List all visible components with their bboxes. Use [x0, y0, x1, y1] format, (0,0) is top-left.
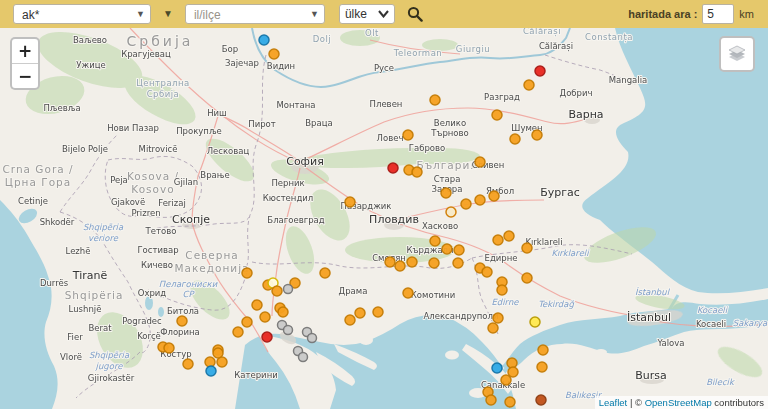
map-label: Lushnjë [69, 304, 102, 314]
map-label: Габрово [409, 143, 445, 153]
map-label: veriore [88, 233, 119, 243]
map-marker-o[interactable] [345, 197, 355, 207]
map-label: Пљевља [43, 103, 80, 113]
map-marker-o[interactable] [510, 134, 520, 144]
map-marker-ro[interactable] [446, 207, 456, 217]
map-label: Kocaeli [696, 319, 726, 329]
map-marker-o[interactable] [177, 316, 187, 326]
map-marker-o[interactable] [505, 397, 515, 407]
country-select[interactable]: ülke [339, 4, 395, 24]
map-marker-o[interactable] [233, 327, 243, 337]
map-marker-o[interactable] [320, 268, 330, 278]
map-marker-o[interactable] [395, 261, 405, 271]
map-marker-b[interactable] [492, 363, 502, 373]
province-input[interactable] [192, 6, 310, 24]
attribution-sep: | © [627, 397, 644, 408]
map-label: Durrës [40, 278, 69, 288]
map-marker-r[interactable] [388, 163, 398, 173]
map-marker-o[interactable] [441, 188, 451, 198]
map-marker-m[interactable] [536, 395, 546, 405]
map-marker-o[interactable] [278, 307, 288, 317]
map-marker-o[interactable] [272, 286, 282, 296]
map-marker-o[interactable] [373, 307, 383, 317]
map-marker-o[interactable] [242, 268, 252, 278]
map-label: Shqipëria [65, 289, 124, 301]
map-label: Prizren [131, 208, 160, 218]
map-marker-o[interactable] [493, 313, 503, 323]
map-label: Србија [147, 89, 180, 99]
map-label: Битола [167, 306, 199, 316]
map-marker-o[interactable] [403, 288, 413, 298]
map-marker-o[interactable] [537, 362, 547, 372]
map-marker-o[interactable] [403, 130, 413, 140]
osm-link[interactable]: OpenStreetMap [645, 397, 712, 408]
zoom-in-button[interactable]: + [12, 39, 38, 64]
map-marker-o[interactable] [475, 195, 485, 205]
map-marker-o[interactable] [538, 345, 548, 355]
map-marker-o[interactable] [532, 130, 542, 140]
chevron-down-icon[interactable]: ▼ [163, 9, 173, 19]
map-marker-b[interactable] [259, 35, 269, 45]
province-combobox[interactable]: ▼ [185, 4, 325, 24]
layers-control[interactable] [719, 36, 755, 72]
map-marker-o[interactable] [213, 348, 223, 358]
map-label: Tiranë [72, 269, 108, 282]
map-marker-o[interactable] [183, 359, 193, 369]
map-marker-o[interactable] [486, 395, 496, 405]
radius-label: haritada ara : [628, 8, 697, 20]
map-marker-g[interactable] [308, 334, 317, 343]
map-marker-o[interactable] [345, 315, 355, 325]
map-marker-o[interactable] [492, 110, 502, 120]
map-marker-o[interactable] [430, 95, 440, 105]
magnifier-icon [407, 6, 423, 22]
radius-input[interactable] [702, 4, 734, 24]
map-marker-o[interactable] [385, 257, 395, 267]
map-label: Гостивар [137, 245, 178, 255]
search-input[interactable] [20, 6, 136, 24]
map-marker-g[interactable] [284, 285, 293, 294]
map-marker-o[interactable] [493, 235, 503, 245]
map-marker-o[interactable] [453, 258, 463, 268]
map-marker-o[interactable] [482, 267, 492, 277]
map-marker-o[interactable] [504, 231, 514, 241]
map-label: Shqipëria [89, 350, 130, 360]
map-marker-o[interactable] [522, 273, 532, 283]
attribution-rest: contributors [712, 397, 764, 408]
map-marker-o[interactable] [489, 191, 499, 201]
map-marker-o[interactable] [429, 258, 439, 268]
search-combobox[interactable]: ▼ [13, 4, 151, 24]
map-marker-o[interactable] [488, 323, 498, 333]
map-marker-o[interactable] [260, 312, 270, 322]
zoom-out-button[interactable]: − [12, 64, 38, 88]
leaflet-link[interactable]: Leaflet [599, 397, 628, 408]
map-label: Стара [434, 174, 461, 184]
map-marker-o[interactable] [242, 317, 252, 327]
map-marker-o[interactable] [501, 375, 511, 385]
map-marker-r[interactable] [535, 66, 545, 76]
search-button[interactable] [405, 4, 425, 24]
map-marker-o[interactable] [355, 308, 365, 318]
map-label: Ужице [76, 60, 105, 70]
map-marker-o[interactable] [461, 199, 471, 209]
map-marker-o[interactable] [522, 243, 532, 253]
map-marker-o[interactable] [475, 157, 485, 167]
map-label: Зајечар [225, 58, 259, 68]
map-marker-o[interactable] [442, 244, 452, 254]
map-marker-g[interactable] [299, 353, 308, 362]
map-marker-o[interactable] [497, 285, 507, 295]
map-marker-o[interactable] [454, 245, 464, 255]
map-marker-g[interactable] [284, 326, 293, 335]
map-marker-y[interactable] [530, 317, 540, 327]
map-marker-b[interactable] [206, 366, 216, 376]
map-label: Разград [484, 92, 520, 102]
map-marker-o[interactable] [430, 236, 440, 246]
map-tiles: СрбијаCrna Gora /Црна ГораKosova /Kosovo… [0, 28, 768, 409]
map-marker-o[interactable] [524, 80, 534, 90]
map-marker-o[interactable] [412, 167, 422, 177]
map-marker-r[interactable] [262, 332, 272, 342]
map-marker-o[interactable] [164, 343, 174, 353]
map-marker-o[interactable] [407, 257, 417, 267]
map-marker-o[interactable] [252, 300, 262, 310]
map-canvas[interactable]: СрбијаCrna Gora /Црна ГораKosova /Kosovo… [0, 28, 768, 409]
map-marker-o[interactable] [269, 49, 279, 59]
